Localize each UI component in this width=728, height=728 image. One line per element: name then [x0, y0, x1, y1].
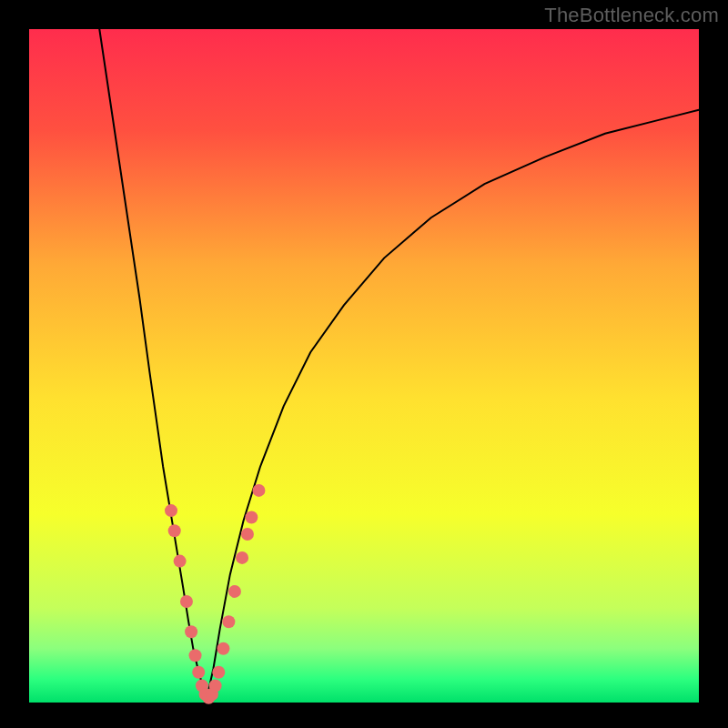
chart-frame: TheBottleneck.com: [0, 0, 728, 728]
bottleneck-chart: [0, 0, 728, 728]
scatter-dot: [189, 649, 202, 662]
scatter-dot: [165, 504, 177, 517]
scatter-dot: [236, 551, 248, 564]
scatter-dot: [217, 642, 229, 655]
scatter-dot: [241, 528, 254, 541]
scatter-dot: [174, 555, 187, 568]
scatter-dot: [212, 666, 225, 679]
scatter-dot: [192, 666, 205, 679]
scatter-dot: [222, 615, 235, 628]
scatter-dot: [252, 484, 265, 497]
scatter-dot: [185, 625, 197, 638]
watermark-text: TheBottleneck.com: [544, 4, 719, 27]
scatter-dot: [168, 524, 181, 537]
scatter-dot: [180, 595, 193, 608]
gradient-background: [29, 29, 699, 703]
scatter-dot: [228, 585, 241, 598]
scatter-dot: [209, 680, 222, 693]
scatter-dot: [245, 511, 258, 524]
